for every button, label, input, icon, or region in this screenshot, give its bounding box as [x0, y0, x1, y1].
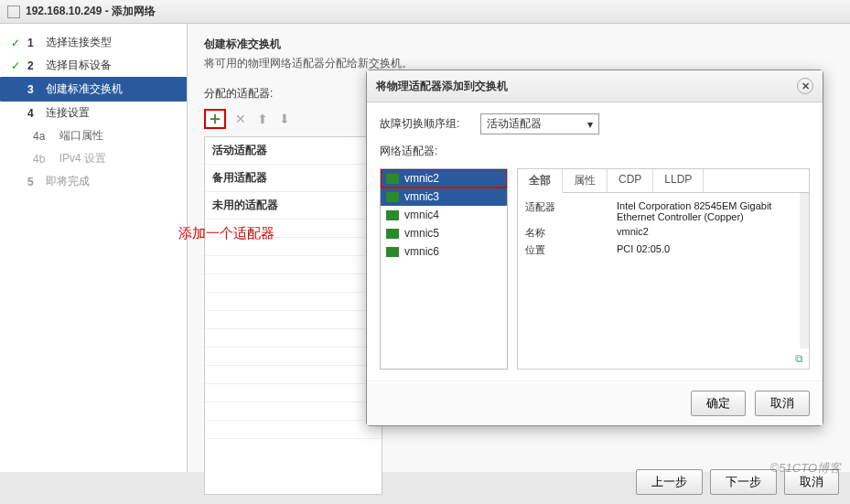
- cat-unused[interactable]: 未用的适配器: [205, 192, 382, 220]
- nic-detail-pane: 全部 属性 CDP LLDP 适配器 Intel Corporation 825…: [517, 168, 810, 370]
- cat-active[interactable]: 活动适配器: [205, 137, 382, 165]
- window-titlebar: 192.168.10.249 - 添加网络: [0, 0, 850, 24]
- plus-icon: [209, 113, 221, 125]
- prev-button[interactable]: 上一步: [636, 469, 703, 495]
- check-icon: ✓: [9, 59, 22, 72]
- prop-name: 名称 vmnic2: [525, 226, 792, 240]
- nic-item-vmnic2[interactable]: vmnic2: [381, 169, 507, 188]
- remove-icon[interactable]: ✕: [233, 112, 248, 126]
- empty-rows: [205, 220, 382, 494]
- tab-lldp[interactable]: LLDP: [653, 169, 704, 192]
- content-heading: 创建标准交换机: [204, 37, 834, 52]
- check-icon: ✓: [9, 37, 22, 49]
- adapter-categories: 活动适配器 备用适配器 未用的适配器: [204, 136, 382, 495]
- failover-label: 故障切换顺序组:: [380, 116, 471, 132]
- window-title: 192.168.10.249 - 添加网络: [26, 4, 156, 19]
- detail-tabs: 全部 属性 CDP LLDP: [518, 169, 809, 193]
- close-icon[interactable]: ✕: [797, 78, 813, 94]
- nic-icon: [386, 247, 399, 257]
- tab-all[interactable]: 全部: [518, 169, 563, 193]
- annotation-text: 添加一个适配器: [178, 225, 274, 242]
- tab-prop[interactable]: 属性: [563, 169, 608, 192]
- nic-icon: [386, 229, 399, 239]
- nic-label: 网络适配器:: [380, 144, 471, 159]
- copy-icon[interactable]: ⧉: [518, 349, 809, 369]
- nic-item-vmnic6[interactable]: vmnic6: [381, 242, 507, 261]
- dialog-titlebar: 将物理适配器添加到交换机 ✕: [367, 70, 823, 102]
- tab-cdp[interactable]: CDP: [608, 169, 653, 192]
- nic-list: vmnic2 vmnic3 vmnic4 vmnic5 vmnic6: [380, 168, 508, 370]
- failover-select[interactable]: 活动适配器 ▾: [480, 113, 599, 134]
- watermark: ©51CTO博客: [770, 460, 841, 477]
- arrow-down-icon[interactable]: ⬇: [277, 112, 292, 126]
- step-create-switch[interactable]: 3 创建标准交换机: [0, 77, 187, 102]
- host-icon: [7, 5, 20, 18]
- nic-item-vmnic4[interactable]: vmnic4: [381, 206, 507, 224]
- dialog-footer: 确定 取消: [367, 381, 823, 425]
- add-adapter-button[interactable]: [204, 109, 226, 129]
- nic-icon: [386, 174, 399, 184]
- cat-standby[interactable]: 备用适配器: [205, 165, 382, 192]
- wizard-steps: ✓ 1 选择连接类型 ✓ 2 选择目标设备 3 创建标准交换机 4 连接设置 4…: [0, 24, 188, 472]
- step-ready[interactable]: 5 即将完成: [0, 170, 187, 193]
- detail-body: 适配器 Intel Corporation 82545EM Gigabit Et…: [518, 193, 800, 349]
- step-port-props[interactable]: 4a 端口属性: [0, 124, 187, 147]
- prop-adapter: 适配器 Intel Corporation 82545EM Gigabit Et…: [525, 200, 792, 222]
- add-adapter-dialog: 将物理适配器添加到交换机 ✕ 故障切换顺序组: 活动适配器 ▾ 网络适配器: v…: [366, 70, 823, 426]
- assigned-label: 分配的适配器:: [204, 86, 273, 102]
- step-ipv4[interactable]: 4b IPv4 设置: [0, 147, 187, 170]
- prop-location: 位置 PCI 02:05.0: [525, 243, 792, 257]
- step-target-device[interactable]: ✓ 2 选择目标设备: [0, 54, 187, 77]
- ok-button[interactable]: 确定: [691, 391, 746, 416]
- next-button[interactable]: 下一步: [710, 469, 777, 495]
- nic-icon: [386, 210, 399, 220]
- nic-item-vmnic5[interactable]: vmnic5: [381, 224, 507, 242]
- step-connection-settings[interactable]: 4 连接设置: [0, 102, 187, 124]
- cancel-button[interactable]: 取消: [755, 391, 810, 416]
- arrow-up-icon[interactable]: ⬆: [255, 112, 270, 126]
- chevron-down-icon: ▾: [587, 118, 593, 131]
- scrollbar[interactable]: [800, 193, 809, 349]
- nic-icon: [386, 192, 399, 202]
- dialog-title: 将物理适配器添加到交换机: [376, 79, 508, 94]
- step-connection-type[interactable]: ✓ 1 选择连接类型: [0, 31, 187, 54]
- nic-item-vmnic3[interactable]: vmnic3: [381, 188, 507, 206]
